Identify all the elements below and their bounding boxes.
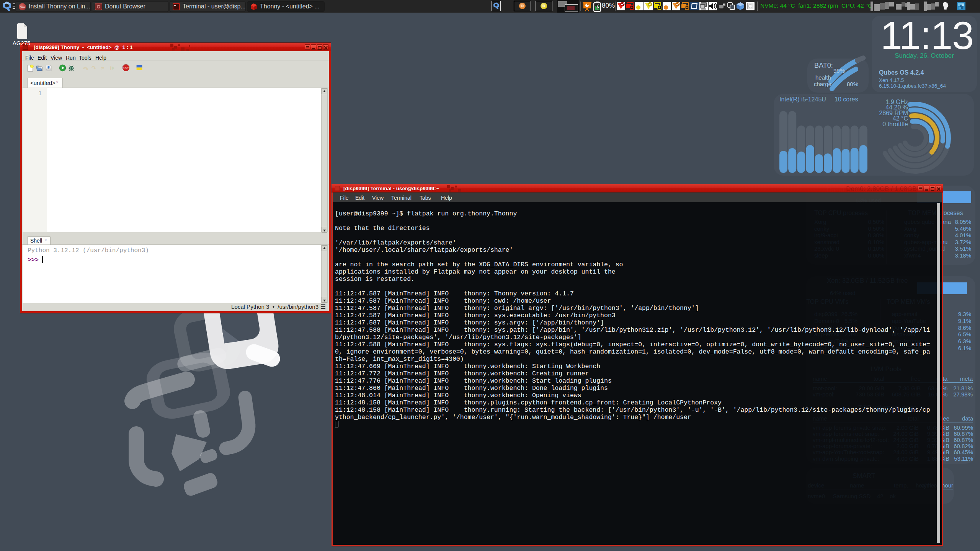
svg-text:STOP: STOP [123, 67, 129, 69]
svg-text:AG275: AG275 [13, 40, 31, 46]
